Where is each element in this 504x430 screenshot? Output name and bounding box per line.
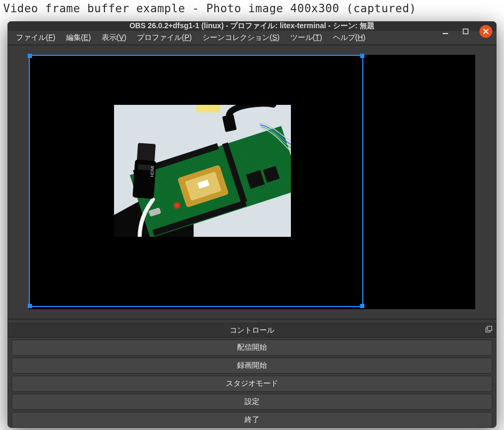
studio-mode-button[interactable]: スタジオモード xyxy=(12,376,492,392)
start-streaming-button[interactable]: 配信開始 xyxy=(12,340,492,355)
resize-handle-bl[interactable] xyxy=(28,304,32,308)
menu-file[interactable]: ファイル(F) xyxy=(12,31,60,45)
preview-canvas[interactable]: HDMI xyxy=(29,55,475,309)
resize-handle-tl[interactable] xyxy=(28,54,32,58)
controls-dock: ······ コントロール 配信開始 録画開始 スタジオモード 設定 終了 xyxy=(7,319,497,428)
controls-dock-header[interactable]: コントロール xyxy=(7,324,497,337)
menu-scene-collection[interactable]: シーンコレクション(S) xyxy=(198,31,284,45)
maximize-button[interactable] xyxy=(459,25,472,38)
obs-window: OBS 26.0.2+dfsg1-1 (linux) - プロファイル: lit… xyxy=(7,21,497,428)
page-caption: Video frame buffer example - Photo image… xyxy=(0,0,504,17)
svg-rect-1 xyxy=(464,29,468,34)
svg-rect-0 xyxy=(443,33,448,34)
window-title: OBS 26.0.2+dfsg1-1 (linux) - プロファイル: lit… xyxy=(7,21,497,31)
controls-dock-title: コントロール xyxy=(230,326,274,335)
menu-view[interactable]: 表示(V) xyxy=(97,31,131,45)
window-controls xyxy=(439,21,492,42)
exit-button[interactable]: 終了 xyxy=(12,412,492,428)
menu-tools[interactable]: ツール(T) xyxy=(286,31,327,45)
dock-resize-grip[interactable]: ······ xyxy=(7,319,497,324)
captured-photo: HDMI xyxy=(114,105,291,237)
menu-profile[interactable]: プロファイル(P) xyxy=(133,31,196,45)
menu-edit[interactable]: 編集(E) xyxy=(62,31,95,45)
start-recording-button[interactable]: 録画開始 xyxy=(12,358,492,374)
svg-rect-17 xyxy=(137,143,156,162)
svg-rect-27 xyxy=(487,326,492,330)
svg-text:HDMI: HDMI xyxy=(149,166,155,177)
titlebar[interactable]: OBS 26.0.2+dfsg1-1 (linux) - プロファイル: lit… xyxy=(7,21,497,31)
resize-handle-tr[interactable] xyxy=(360,54,364,58)
preview-area: HDMI xyxy=(7,45,497,319)
controls-body: 配信開始 録画開始 スタジオモード 設定 終了 xyxy=(7,337,497,428)
close-button[interactable] xyxy=(479,25,492,38)
resize-handle-br[interactable] xyxy=(360,304,364,308)
minimize-button[interactable] xyxy=(439,25,452,38)
settings-button[interactable]: 設定 xyxy=(12,394,492,410)
dock-detach-icon[interactable] xyxy=(485,326,492,335)
menu-help[interactable]: ヘルプ(H) xyxy=(329,31,370,45)
svg-rect-22 xyxy=(196,105,220,112)
menubar: ファイル(F) 編集(E) 表示(V) プロファイル(P) シーンコレクション(… xyxy=(7,31,497,45)
